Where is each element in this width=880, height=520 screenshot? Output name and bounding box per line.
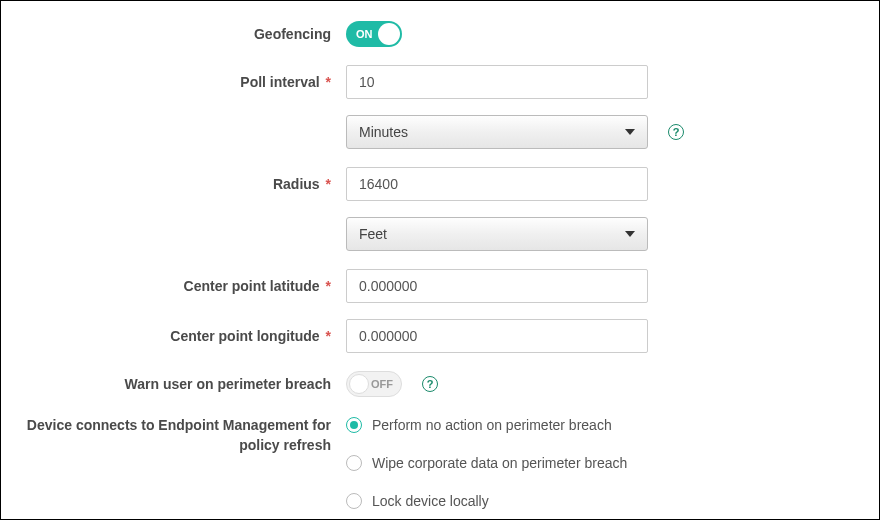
policy-refresh-radio-group: Perform no action on perimeter breach Wi… xyxy=(346,415,627,520)
help-icon[interactable]: ? xyxy=(668,124,684,140)
toggle-knob xyxy=(349,374,369,394)
geofencing-label: Geofencing xyxy=(21,26,346,42)
required-marker: * xyxy=(326,176,331,192)
radius-unit-select[interactable]: Feet xyxy=(346,217,648,251)
help-icon[interactable]: ? xyxy=(422,376,438,392)
poll-interval-unit-value: Minutes xyxy=(359,124,408,140)
warn-breach-toggle[interactable]: OFF xyxy=(346,371,402,397)
geofencing-toggle[interactable]: ON xyxy=(346,21,402,47)
radio-option-wipe[interactable]: Wipe corporate data on perimeter breach xyxy=(346,455,627,471)
radio-icon xyxy=(346,417,362,433)
warn-breach-label: Warn user on perimeter breach xyxy=(21,376,346,392)
radio-label: Wipe corporate data on perimeter breach xyxy=(372,455,627,471)
caret-down-icon xyxy=(625,231,635,237)
radio-option-no-action[interactable]: Perform no action on perimeter breach xyxy=(346,417,627,433)
required-marker: * xyxy=(326,278,331,294)
policy-refresh-label: Device connects to Endpoint Management f… xyxy=(21,415,346,455)
poll-interval-unit-select[interactable]: Minutes xyxy=(346,115,648,149)
required-marker: * xyxy=(326,74,331,90)
poll-interval-label: Poll interval * xyxy=(21,74,346,90)
center-lon-input[interactable] xyxy=(346,319,648,353)
poll-interval-input[interactable] xyxy=(346,65,648,99)
radius-unit-value: Feet xyxy=(359,226,387,242)
radio-icon xyxy=(346,493,362,509)
radius-label: Radius * xyxy=(21,176,346,192)
caret-down-icon xyxy=(625,129,635,135)
toggle-on-text: ON xyxy=(356,28,373,40)
radio-label: Lock device locally xyxy=(372,493,489,509)
toggle-knob xyxy=(378,23,400,45)
center-lat-label: Center point latitude * xyxy=(21,278,346,294)
radio-icon xyxy=(346,455,362,471)
radio-option-lock[interactable]: Lock device locally xyxy=(346,493,627,509)
toggle-off-text: OFF xyxy=(371,378,393,390)
radio-label: Perform no action on perimeter breach xyxy=(372,417,612,433)
center-lat-input[interactable] xyxy=(346,269,648,303)
center-lon-label: Center point longitude * xyxy=(21,328,346,344)
radius-input[interactable] xyxy=(346,167,648,201)
required-marker: * xyxy=(326,328,331,344)
